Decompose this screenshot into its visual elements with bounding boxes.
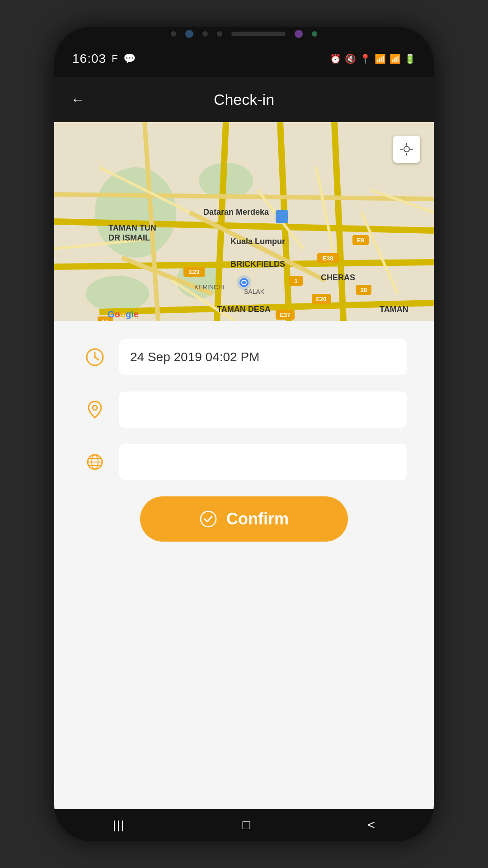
battery-icon: 🔋 bbox=[404, 53, 416, 64]
confirm-label: Confirm bbox=[226, 509, 289, 528]
clock-icon bbox=[81, 344, 108, 371]
map-location-button[interactable] bbox=[393, 136, 420, 163]
svg-text:E9: E9 bbox=[357, 237, 364, 244]
alarm-icon: ⏰ bbox=[330, 53, 341, 64]
wifi-icon: 📶 bbox=[375, 53, 386, 64]
confirm-button[interactable]: Confirm bbox=[140, 496, 348, 542]
notes-row bbox=[81, 444, 407, 480]
app-icon-f: F bbox=[112, 53, 117, 65]
svg-text:BRICKFIELDS: BRICKFIELDS bbox=[230, 259, 285, 269]
globe-icon bbox=[81, 448, 108, 476]
camera-dot-2 bbox=[202, 31, 208, 37]
svg-point-70 bbox=[201, 511, 216, 527]
sensor bbox=[312, 31, 317, 37]
camera-dot-3 bbox=[217, 31, 222, 37]
svg-text:Kuala Lumpur: Kuala Lumpur bbox=[230, 237, 285, 246]
status-left: 16:03 F 💬 bbox=[72, 52, 136, 66]
svg-text:Dataran Merdeka: Dataran Merdeka bbox=[203, 208, 269, 217]
svg-text:TAMAN: TAMAN bbox=[380, 305, 408, 314]
form-area: 24 Sep 2019 04:02 PM bbox=[54, 321, 434, 560]
notes-field[interactable] bbox=[119, 444, 407, 480]
status-bar: 16:03 F 💬 ⏰ 🔇 📍 📶 📶 🔋 bbox=[54, 41, 434, 77]
pin-icon bbox=[81, 396, 108, 423]
page-title: Check-in bbox=[214, 91, 274, 108]
status-icons: ⏰ 🔇 📍 📶 📶 🔋 bbox=[330, 53, 416, 64]
svg-point-4 bbox=[86, 276, 149, 312]
svg-text:E23: E23 bbox=[189, 269, 199, 275]
phone-frame: 16:03 F 💬 ⏰ 🔇 📍 📶 📶 🔋 ← Check-in bbox=[54, 27, 434, 841]
whatsapp-icon: 💬 bbox=[123, 53, 136, 65]
app-content: ← Check-in bbox=[54, 77, 434, 809]
speaker bbox=[231, 32, 286, 36]
map-svg: E23 E38 E9 1 E20 28 E37 bbox=[54, 122, 434, 321]
signal-icon: 📶 bbox=[389, 53, 401, 64]
mute-icon: 🔇 bbox=[345, 53, 356, 64]
svg-text:E37: E37 bbox=[280, 311, 290, 318]
camera-lens bbox=[185, 30, 193, 38]
svg-text:Google: Google bbox=[108, 309, 139, 319]
svg-text:E20: E20 bbox=[316, 296, 326, 302]
svg-text:TAMAN DESA: TAMAN DESA bbox=[217, 305, 271, 314]
datetime-field: 24 Sep 2019 04:02 PM bbox=[119, 339, 407, 375]
datetime-value: 24 Sep 2019 04:02 PM bbox=[130, 350, 259, 364]
svg-text:1: 1 bbox=[294, 278, 297, 284]
check-circle-icon bbox=[199, 510, 217, 528]
bottom-nav: ||| □ < bbox=[54, 809, 434, 841]
menu-nav-icon[interactable]: ||| bbox=[113, 818, 125, 832]
location-row bbox=[81, 392, 407, 428]
back-nav-icon[interactable]: < bbox=[368, 818, 375, 832]
svg-text:TAMAN TUN: TAMAN TUN bbox=[108, 223, 156, 232]
map-container[interactable]: E23 E38 E9 1 E20 28 E37 bbox=[54, 122, 434, 321]
svg-point-55 bbox=[404, 146, 409, 152]
status-time: 16:03 bbox=[72, 52, 106, 66]
svg-point-63 bbox=[94, 356, 96, 358]
camera-area bbox=[54, 27, 434, 41]
svg-point-64 bbox=[93, 406, 97, 410]
svg-rect-40 bbox=[276, 210, 288, 223]
camera-dot-1 bbox=[171, 31, 176, 37]
svg-text:E38: E38 bbox=[323, 255, 333, 262]
home-nav-icon[interactable]: □ bbox=[242, 818, 250, 832]
svg-text:28: 28 bbox=[361, 287, 367, 293]
crosshair-icon bbox=[399, 142, 414, 156]
datetime-row: 24 Sep 2019 04:02 PM bbox=[81, 339, 407, 375]
location-icon: 📍 bbox=[360, 53, 371, 64]
svg-text:KERINCHI: KERINCHI bbox=[194, 283, 225, 291]
svg-text:DR ISMAIL: DR ISMAIL bbox=[108, 233, 150, 242]
location-field[interactable] bbox=[119, 392, 407, 428]
front-camera bbox=[295, 30, 303, 38]
back-button[interactable]: ← bbox=[70, 91, 85, 108]
svg-text:CHERAS: CHERAS bbox=[321, 273, 355, 282]
top-bar: ← Check-in bbox=[54, 77, 434, 122]
svg-point-53 bbox=[242, 281, 246, 284]
